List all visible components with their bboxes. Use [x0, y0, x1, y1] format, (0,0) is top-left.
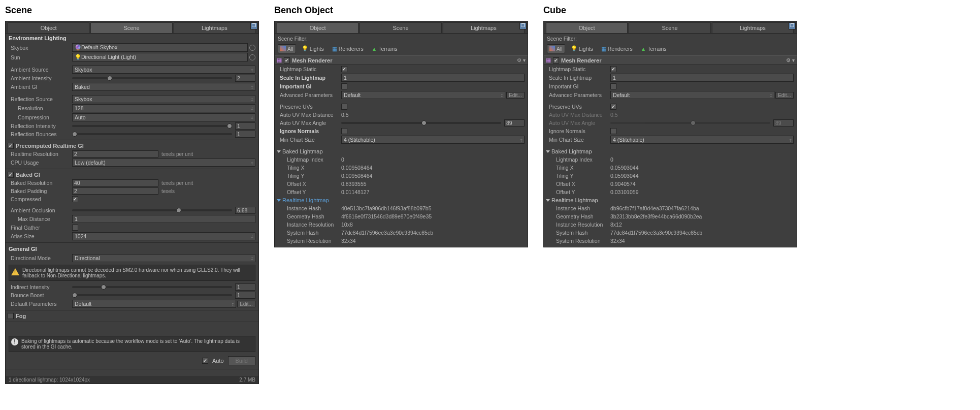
directional-mode-dropdown[interactable]: Directional‡	[72, 254, 255, 262]
tab-scene[interactable]: Scene	[90, 22, 172, 33]
footer-size: 2.7 MB	[239, 377, 255, 383]
realtime-res-value[interactable]: 2	[72, 150, 158, 157]
ambient-source-label: Ambient Source	[9, 67, 72, 73]
auto-uv-angle-slider[interactable]	[341, 122, 501, 124]
compression-dropdown[interactable]: Auto‡	[72, 113, 255, 121]
ao-slider[interactable]	[72, 209, 232, 211]
compressed-checkbox[interactable]	[72, 196, 78, 202]
gear-icon[interactable]: ⚙ ▾	[786, 57, 795, 63]
ao-value[interactable]: 6.68	[235, 207, 255, 214]
reflection-intensity-slider[interactable]	[72, 125, 232, 127]
popout-icon[interactable]: ❐	[519, 22, 527, 29]
bounce-boost-value[interactable]: 1	[235, 292, 255, 299]
ignore-normals-checkbox[interactable]	[610, 128, 616, 134]
preserve-uvs-checkbox[interactable]	[610, 104, 616, 110]
min-chart-dropdown[interactable]: 4 (Stitchable)‡	[610, 136, 794, 144]
ignore-normals-checkbox[interactable]	[341, 128, 347, 134]
tab-object[interactable]: Object	[546, 22, 628, 33]
max-distance-label: Max Distance	[9, 216, 72, 222]
tab-scene[interactable]: Scene	[360, 22, 441, 33]
cpu-usage-dropdown[interactable]: Low (default)‡	[72, 159, 255, 167]
tab-object[interactable]: Object	[8, 22, 89, 33]
reflection-source-dropdown[interactable]: Skybox‡	[72, 95, 255, 103]
reflection-bounces-label: Reflection Bounces	[9, 131, 72, 137]
skybox-label: Skybox	[9, 45, 72, 51]
filter-all[interactable]: All	[278, 44, 296, 53]
skybox-field[interactable]: 🔮Default-Skybox	[72, 43, 248, 52]
indirect-intensity-value[interactable]: 1	[235, 283, 255, 291]
tab-lightmaps[interactable]: Lightmaps	[443, 22, 525, 33]
preserve-uvs-checkbox[interactable]	[341, 104, 347, 110]
tab-object[interactable]: Object	[277, 22, 358, 33]
realtime-res-label: Realtime Resolution	[9, 151, 72, 157]
baked-gi-checkbox[interactable]	[8, 172, 14, 178]
sun-field[interactable]: 💡Directional Light (Light)	[72, 53, 248, 61]
realtime-lightmap-foldout[interactable]: Realtime Lightmap	[544, 196, 797, 204]
baked-lightmap-foldout[interactable]: Baked Lightmap	[275, 147, 528, 155]
lightmap-static-checkbox[interactable]	[610, 66, 616, 72]
atlas-size-label: Atlas Size	[9, 233, 72, 239]
filter-lights[interactable]: 💡Lights	[299, 44, 326, 53]
baked-res-value[interactable]: 40	[72, 179, 158, 186]
fog-foldout[interactable]: Fog	[6, 312, 258, 320]
reflection-intensity-value[interactable]: 1	[235, 122, 255, 130]
edit-button[interactable]: Edit...	[506, 92, 525, 99]
important-gi-checkbox[interactable]	[610, 83, 616, 89]
ambient-intensity-slider[interactable]	[72, 77, 232, 79]
mesh-renderer-enabled-checkbox[interactable]	[553, 57, 559, 64]
ambient-intensity-value[interactable]: 2	[235, 75, 255, 82]
ambient-gi-dropdown[interactable]: Baked‡	[72, 83, 255, 91]
mesh-renderer-enabled-checkbox[interactable]	[284, 57, 290, 64]
filter-renderers[interactable]: ▦Renderers	[330, 44, 366, 53]
filter-lights[interactable]: 💡Lights	[568, 44, 596, 53]
scale-in-lightmap-field[interactable]: 1	[610, 74, 794, 82]
popout-icon[interactable]: ❐	[789, 22, 796, 29]
lightmap-static-checkbox[interactable]	[341, 66, 347, 72]
auto-uv-dist-value[interactable]: 0.5	[341, 112, 525, 118]
min-chart-dropdown[interactable]: 4 (Stitchable)‡	[341, 136, 525, 144]
advanced-params-dropdown[interactable]: Default‡	[610, 91, 774, 99]
baked-lightmap-foldout[interactable]: Baked Lightmap	[544, 147, 797, 155]
important-gi-checkbox[interactable]	[341, 83, 347, 89]
edit-button[interactable]: Edit...	[237, 301, 255, 307]
filter-terrains[interactable]: ▲Terrains	[369, 44, 400, 53]
filter-all[interactable]: All	[547, 44, 565, 53]
skybox-picker-icon[interactable]	[249, 45, 255, 51]
filter-terrains[interactable]: ▲Terrains	[638, 44, 669, 53]
column-title-scene: Scene	[5, 5, 259, 16]
advanced-params-dropdown[interactable]: Default‡	[341, 91, 505, 99]
precomputed-gi-foldout[interactable]: Precomputed Realtime GI	[6, 142, 258, 150]
reflection-bounces-value[interactable]: 1	[235, 131, 255, 138]
baked-padding-value[interactable]: 2	[72, 187, 158, 195]
tab-lightmaps[interactable]: Lightmaps	[174, 22, 255, 33]
resolution-dropdown[interactable]: 128‡	[72, 104, 255, 112]
auto-checkbox[interactable]	[202, 358, 208, 364]
ambient-source-dropdown[interactable]: Skybox‡	[72, 66, 255, 74]
texels-per-unit: texels per unit	[161, 151, 193, 157]
edit-button[interactable]: Edit...	[775, 92, 794, 99]
tab-lightmaps[interactable]: Lightmaps	[712, 22, 794, 33]
realtime-lightmap-foldout[interactable]: Realtime Lightmap	[275, 196, 528, 204]
atlas-size-dropdown[interactable]: 1024‡	[72, 232, 255, 240]
popout-icon[interactable]: ❐	[250, 22, 257, 29]
default-params-dropdown[interactable]: Default‡	[72, 300, 236, 308]
mesh-renderer-header[interactable]: ▦ Mesh Renderer ⚙ ▾	[275, 55, 528, 65]
gear-icon[interactable]: ⚙ ▾	[517, 57, 526, 63]
filter-renderers[interactable]: ▦Renderers	[599, 44, 635, 53]
auto-bake-info: ! Baking of lightmaps is automatic becau…	[9, 336, 255, 352]
default-params-label: Default Parameters	[9, 301, 72, 307]
final-gather-checkbox[interactable]	[72, 225, 78, 231]
precomputed-gi-checkbox[interactable]	[8, 143, 14, 149]
mesh-renderer-header[interactable]: ▦ Mesh Renderer ⚙ ▾	[544, 55, 797, 65]
indirect-intensity-slider[interactable]	[72, 286, 232, 288]
tab-scene[interactable]: Scene	[629, 22, 710, 33]
auto-uv-angle-value[interactable]: 89	[504, 119, 525, 127]
scale-in-lightmap-field[interactable]: 1	[341, 74, 525, 82]
max-distance-value[interactable]: 1	[72, 215, 255, 223]
sun-picker-icon[interactable]	[249, 54, 255, 60]
baked-gi-foldout[interactable]: Baked GI	[6, 171, 258, 179]
bounce-boost-slider[interactable]	[72, 294, 232, 296]
build-button[interactable]: Build	[228, 356, 255, 365]
reflection-bounces-slider[interactable]	[72, 133, 232, 135]
fog-checkbox[interactable]	[8, 313, 14, 319]
